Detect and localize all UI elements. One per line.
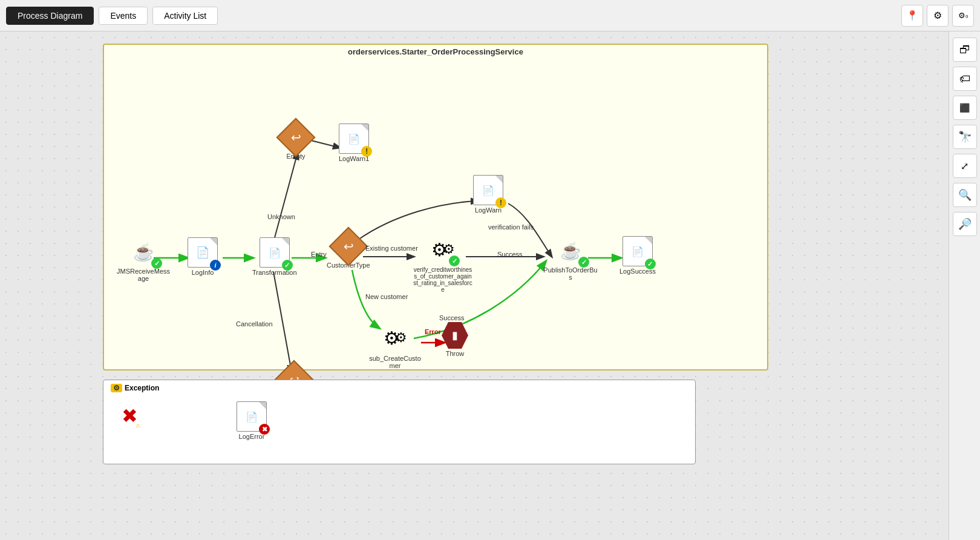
tab-process-diagram[interactable]: Process Diagram	[6, 7, 94, 25]
node-transformation[interactable]: 📄 ✓ Transformation	[252, 237, 297, 276]
jms-receive-icon: ☕ ✓	[127, 237, 160, 266]
expand-sidebar-icon[interactable]: ⤢	[953, 154, 977, 178]
label-existing-customer: Existing customer	[365, 245, 418, 252]
node-logwarn[interactable]: 📄 ! LogWarn	[473, 175, 503, 214]
verify-credit-label: verify_creditworthiness_of_customer_agai…	[413, 266, 473, 293]
window-sidebar-icon[interactable]: 🗗	[953, 38, 977, 62]
tag-sidebar-icon[interactable]: 🏷	[953, 67, 977, 91]
publish-order-bus-icon: ☕ ✓	[554, 236, 587, 265]
settings-alt-toolbar-icon[interactable]: ⚙₀	[952, 5, 974, 27]
label-unknown: Unknown	[267, 213, 295, 220]
label-success-1: Success	[497, 251, 523, 258]
tab-activity-list[interactable]: Activity List	[152, 7, 218, 25]
empty-diamond-wrapper: ↩	[282, 123, 310, 151]
exception-text: Exception	[125, 384, 159, 392]
node-log-success[interactable]: 📄 ✓ LogSuccess	[619, 236, 656, 275]
verify-credit-icon: ⚙⚙ ✓	[427, 234, 459, 265]
location-toolbar-icon[interactable]: 📍	[901, 5, 923, 27]
chip-sidebar-icon[interactable]: ⬛	[953, 96, 977, 120]
node-logwarn1[interactable]: 📄 ! LogWarn1	[339, 123, 369, 162]
log-success-icon: 📄 ✓	[622, 236, 653, 266]
node-log-error[interactable]: 📄 ✖ LogError	[237, 401, 267, 440]
node-publish-order-bus[interactable]: ☕ ✓ PublishToOrderBus	[543, 236, 598, 281]
customer-type-diamond: ↩	[328, 226, 368, 266]
zoom-in-sidebar-icon[interactable]: 🔍	[953, 183, 977, 207]
logwarn-icon: 📄 !	[473, 175, 503, 205]
transformation-icon: 📄 ✓	[260, 237, 290, 268]
process-box: orderservices.Starter_OrderProcessingSer…	[103, 44, 768, 370]
sub-create-customer-icon: ⚙⚙	[379, 322, 411, 354]
svg-line-8	[273, 272, 292, 372]
log-error-label: LogError	[239, 433, 265, 440]
log-error-icon: 📄 ✖	[237, 401, 267, 432]
sidebar: 🗗 🏷 ⬛ 🔭 ⤢ 🔍 🔎	[949, 31, 980, 540]
toolbar: Process Diagram Events Activity List 📍 ⚙…	[0, 0, 980, 31]
node-exception-cross[interactable]: ✖ ⚠	[122, 404, 138, 427]
node-throw[interactable]: ▮ Throw	[442, 322, 468, 357]
label-new-customer: New customer	[365, 293, 408, 300]
transformation-label: Transformation	[252, 269, 297, 276]
svg-line-9	[273, 153, 298, 242]
svg-line-3	[311, 140, 340, 148]
tab-events[interactable]: Events	[99, 7, 148, 25]
throw-label: Throw	[446, 350, 465, 357]
node-log-info[interactable]: 📄 i LogInfo	[188, 237, 218, 276]
label-success-2: Success	[439, 314, 465, 321]
exception-cross-badge: ⚠	[136, 423, 140, 429]
toolbar-right-icons: 📍 ⚙ ⚙₀	[901, 5, 974, 27]
diagram-wrapper: orderservices.Starter_OrderProcessingSer…	[103, 44, 768, 370]
empty-diamond: ↩	[276, 117, 315, 157]
logwarn-label: LogWarn	[475, 206, 501, 214]
exception-label: ⚙ Exception	[111, 384, 159, 392]
publish-order-bus-label: PublishToOrderBus	[543, 266, 598, 281]
process-title: orderservices.Starter_OrderProcessingSer…	[104, 47, 767, 56]
exception-badge: ⚙	[111, 384, 122, 392]
label-error: Error	[425, 328, 441, 335]
jms-receive-label: JMSReceiveMessage	[116, 268, 171, 282]
node-sub-create-customer[interactable]: ⚙⚙ sub_CreateCustomer	[368, 322, 422, 369]
sub-create-customer-label: sub_CreateCustomer	[368, 355, 422, 369]
logwarn1-icon: 📄 !	[339, 123, 369, 154]
main-content: orderservices.Starter_OrderProcessingSer…	[0, 31, 949, 540]
settings-toolbar-icon[interactable]: ⚙	[927, 5, 949, 27]
node-empty[interactable]: ↩ Empty	[282, 123, 310, 160]
label-cancellation: Cancellation	[236, 320, 273, 328]
zoom-out-sidebar-icon[interactable]: 🔎	[953, 212, 977, 236]
log-info-label: LogInfo	[192, 269, 214, 276]
node-jms-receive[interactable]: ☕ ✓ JMSReceiveMessage	[116, 237, 171, 282]
throw-icon: ▮	[442, 322, 468, 349]
node-verify-credit[interactable]: ⚙⚙ ✓ verify_creditworthiness_of_customer…	[413, 234, 473, 293]
exception-box: ⚙ Exception ✖ ⚠ 📄 ✖ LogError	[103, 380, 696, 464]
connections-svg	[104, 45, 767, 369]
log-info-icon: 📄 i	[188, 237, 218, 268]
label-entry: Entry	[311, 251, 327, 258]
label-verification-fails: verification fails	[488, 223, 534, 231]
binoculars-sidebar-icon[interactable]: 🔭	[953, 125, 977, 149]
customer-type-diamond-wrapper: ↩	[335, 232, 362, 260]
node-customer-type[interactable]: ↩ CustomerType	[327, 232, 370, 269]
